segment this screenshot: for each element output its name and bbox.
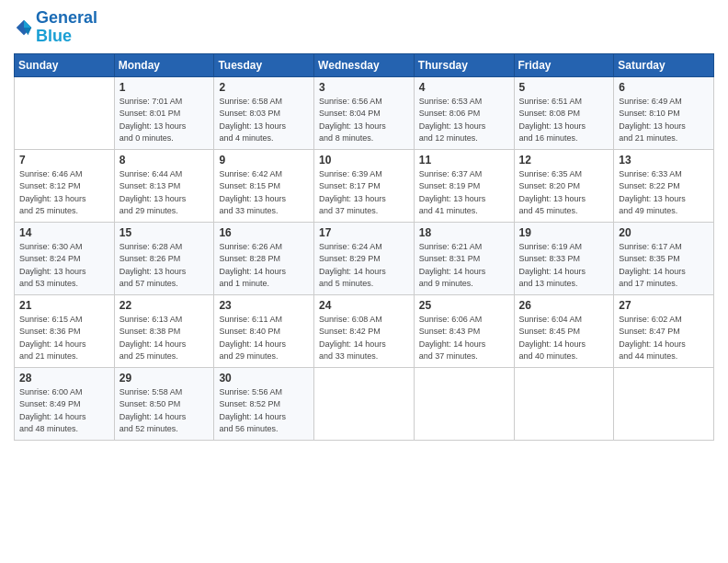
day-number: 13 bbox=[619, 154, 709, 167]
calendar-cell: 23Sunrise: 6:11 AM Sunset: 8:40 PM Dayli… bbox=[214, 294, 314, 367]
weekday-header: Friday bbox=[514, 53, 614, 76]
day-number: 16 bbox=[219, 226, 309, 239]
day-info: Sunrise: 6:11 AM Sunset: 8:40 PM Dayligh… bbox=[219, 314, 309, 363]
page: General Blue SundayMondayTuesdayWednesda… bbox=[0, 0, 728, 563]
calendar-cell: 28Sunrise: 6:00 AM Sunset: 8:49 PM Dayli… bbox=[15, 367, 115, 440]
day-number: 9 bbox=[219, 154, 309, 167]
calendar-cell: 22Sunrise: 6:13 AM Sunset: 8:38 PM Dayli… bbox=[114, 294, 214, 367]
calendar-cell: 4Sunrise: 6:53 AM Sunset: 8:06 PM Daylig… bbox=[414, 76, 514, 149]
calendar-cell: 21Sunrise: 6:15 AM Sunset: 8:36 PM Dayli… bbox=[15, 294, 115, 367]
day-info: Sunrise: 6:37 AM Sunset: 8:19 PM Dayligh… bbox=[419, 168, 509, 218]
calendar-cell: 26Sunrise: 6:04 AM Sunset: 8:45 PM Dayli… bbox=[514, 294, 614, 367]
calendar-cell: 10Sunrise: 6:39 AM Sunset: 8:17 PM Dayli… bbox=[314, 149, 415, 222]
day-number: 21 bbox=[19, 299, 109, 312]
day-info: Sunrise: 6:33 AM Sunset: 8:22 PM Dayligh… bbox=[619, 168, 709, 218]
day-info: Sunrise: 6:44 AM Sunset: 8:13 PM Dayligh… bbox=[119, 168, 210, 218]
day-info: Sunrise: 7:01 AM Sunset: 8:01 PM Dayligh… bbox=[119, 96, 210, 145]
day-info: Sunrise: 6:06 AM Sunset: 8:43 PM Dayligh… bbox=[419, 314, 509, 363]
day-info: Sunrise: 6:00 AM Sunset: 8:49 PM Dayligh… bbox=[19, 386, 109, 436]
logo-text: General Blue bbox=[36, 9, 97, 46]
logo: General Blue bbox=[14, 9, 97, 46]
calendar-cell: 16Sunrise: 6:26 AM Sunset: 8:28 PM Dayli… bbox=[214, 222, 314, 294]
day-number: 1 bbox=[119, 81, 210, 94]
day-number: 25 bbox=[419, 299, 509, 312]
svg-marker-1 bbox=[24, 20, 31, 28]
calendar-cell: 1Sunrise: 7:01 AM Sunset: 8:01 PM Daylig… bbox=[114, 76, 214, 149]
day-number: 27 bbox=[619, 299, 709, 312]
calendar-cell: 7Sunrise: 6:46 AM Sunset: 8:12 PM Daylig… bbox=[15, 149, 115, 222]
day-number: 20 bbox=[619, 226, 709, 239]
day-info: Sunrise: 6:08 AM Sunset: 8:42 PM Dayligh… bbox=[319, 314, 409, 363]
weekday-header: Saturday bbox=[614, 53, 714, 76]
day-info: Sunrise: 6:28 AM Sunset: 8:26 PM Dayligh… bbox=[119, 241, 210, 291]
calendar-cell: 13Sunrise: 6:33 AM Sunset: 8:22 PM Dayli… bbox=[614, 149, 714, 222]
weekday-header: Thursday bbox=[414, 53, 514, 76]
day-info: Sunrise: 6:42 AM Sunset: 8:15 PM Dayligh… bbox=[219, 168, 309, 218]
day-number: 18 bbox=[419, 226, 509, 239]
calendar-cell: 3Sunrise: 6:56 AM Sunset: 8:04 PM Daylig… bbox=[314, 76, 415, 149]
day-info: Sunrise: 6:39 AM Sunset: 8:17 PM Dayligh… bbox=[319, 168, 409, 218]
day-number: 4 bbox=[419, 81, 509, 94]
day-number: 11 bbox=[419, 154, 509, 167]
day-info: Sunrise: 6:21 AM Sunset: 8:31 PM Dayligh… bbox=[419, 241, 509, 291]
day-info: Sunrise: 6:19 AM Sunset: 8:33 PM Dayligh… bbox=[519, 241, 609, 291]
calendar-cell: 5Sunrise: 6:51 AM Sunset: 8:08 PM Daylig… bbox=[514, 76, 614, 149]
weekday-header: Wednesday bbox=[314, 53, 415, 76]
calendar-table: SundayMondayTuesdayWednesdayThursdayFrid… bbox=[14, 53, 714, 441]
day-info: Sunrise: 5:56 AM Sunset: 8:52 PM Dayligh… bbox=[219, 386, 309, 436]
day-number: 3 bbox=[319, 81, 409, 94]
weekday-header: Sunday bbox=[15, 53, 115, 76]
calendar-cell: 20Sunrise: 6:17 AM Sunset: 8:35 PM Dayli… bbox=[614, 222, 714, 294]
calendar-cell: 24Sunrise: 6:08 AM Sunset: 8:42 PM Dayli… bbox=[314, 294, 415, 367]
calendar-cell bbox=[614, 367, 714, 440]
calendar-cell: 14Sunrise: 6:30 AM Sunset: 8:24 PM Dayli… bbox=[15, 222, 115, 294]
day-info: Sunrise: 6:24 AM Sunset: 8:29 PM Dayligh… bbox=[319, 241, 409, 291]
day-info: Sunrise: 6:49 AM Sunset: 8:10 PM Dayligh… bbox=[619, 96, 709, 145]
day-info: Sunrise: 5:58 AM Sunset: 8:50 PM Dayligh… bbox=[119, 386, 210, 436]
day-info: Sunrise: 6:53 AM Sunset: 8:06 PM Dayligh… bbox=[419, 96, 509, 145]
logo-icon bbox=[14, 17, 34, 38]
day-info: Sunrise: 6:51 AM Sunset: 8:08 PM Dayligh… bbox=[519, 96, 609, 145]
day-number: 8 bbox=[119, 154, 210, 167]
calendar-cell: 8Sunrise: 6:44 AM Sunset: 8:13 PM Daylig… bbox=[114, 149, 214, 222]
calendar-cell: 12Sunrise: 6:35 AM Sunset: 8:20 PM Dayli… bbox=[514, 149, 614, 222]
calendar-cell bbox=[514, 367, 614, 440]
day-number: 19 bbox=[519, 226, 609, 239]
weekday-header: Monday bbox=[114, 53, 214, 76]
calendar-cell: 2Sunrise: 6:58 AM Sunset: 8:03 PM Daylig… bbox=[214, 76, 314, 149]
day-number: 23 bbox=[219, 299, 309, 312]
day-number: 5 bbox=[519, 81, 609, 94]
calendar-cell: 18Sunrise: 6:21 AM Sunset: 8:31 PM Dayli… bbox=[414, 222, 514, 294]
calendar-cell: 27Sunrise: 6:02 AM Sunset: 8:47 PM Dayli… bbox=[614, 294, 714, 367]
calendar-cell: 6Sunrise: 6:49 AM Sunset: 8:10 PM Daylig… bbox=[614, 76, 714, 149]
day-info: Sunrise: 6:56 AM Sunset: 8:04 PM Dayligh… bbox=[319, 96, 409, 145]
day-info: Sunrise: 6:26 AM Sunset: 8:28 PM Dayligh… bbox=[219, 241, 309, 291]
day-number: 28 bbox=[19, 372, 109, 385]
day-number: 15 bbox=[119, 226, 210, 239]
calendar-cell: 25Sunrise: 6:06 AM Sunset: 8:43 PM Dayli… bbox=[414, 294, 514, 367]
day-info: Sunrise: 6:15 AM Sunset: 8:36 PM Dayligh… bbox=[19, 314, 109, 363]
calendar-cell: 19Sunrise: 6:19 AM Sunset: 8:33 PM Dayli… bbox=[514, 222, 614, 294]
day-number: 29 bbox=[119, 372, 210, 385]
calendar-cell: 29Sunrise: 5:58 AM Sunset: 8:50 PM Dayli… bbox=[114, 367, 214, 440]
day-number: 7 bbox=[19, 154, 109, 167]
calendar-cell: 17Sunrise: 6:24 AM Sunset: 8:29 PM Dayli… bbox=[314, 222, 415, 294]
calendar-cell bbox=[15, 76, 115, 149]
day-info: Sunrise: 6:46 AM Sunset: 8:12 PM Dayligh… bbox=[19, 168, 109, 218]
calendar-cell: 9Sunrise: 6:42 AM Sunset: 8:15 PM Daylig… bbox=[214, 149, 314, 222]
day-number: 14 bbox=[19, 226, 109, 239]
weekday-header: Tuesday bbox=[214, 53, 314, 76]
day-info: Sunrise: 6:30 AM Sunset: 8:24 PM Dayligh… bbox=[19, 241, 109, 291]
day-info: Sunrise: 6:02 AM Sunset: 8:47 PM Dayligh… bbox=[619, 314, 709, 363]
day-info: Sunrise: 6:13 AM Sunset: 8:38 PM Dayligh… bbox=[119, 314, 210, 363]
day-number: 26 bbox=[519, 299, 609, 312]
calendar-cell bbox=[414, 367, 514, 440]
day-number: 22 bbox=[119, 299, 210, 312]
day-number: 2 bbox=[219, 81, 309, 94]
calendar-cell: 30Sunrise: 5:56 AM Sunset: 8:52 PM Dayli… bbox=[214, 367, 314, 440]
day-number: 10 bbox=[319, 154, 409, 167]
calendar-cell: 15Sunrise: 6:28 AM Sunset: 8:26 PM Dayli… bbox=[114, 222, 214, 294]
day-number: 12 bbox=[519, 154, 609, 167]
day-info: Sunrise: 6:58 AM Sunset: 8:03 PM Dayligh… bbox=[219, 96, 309, 145]
day-number: 24 bbox=[319, 299, 409, 312]
